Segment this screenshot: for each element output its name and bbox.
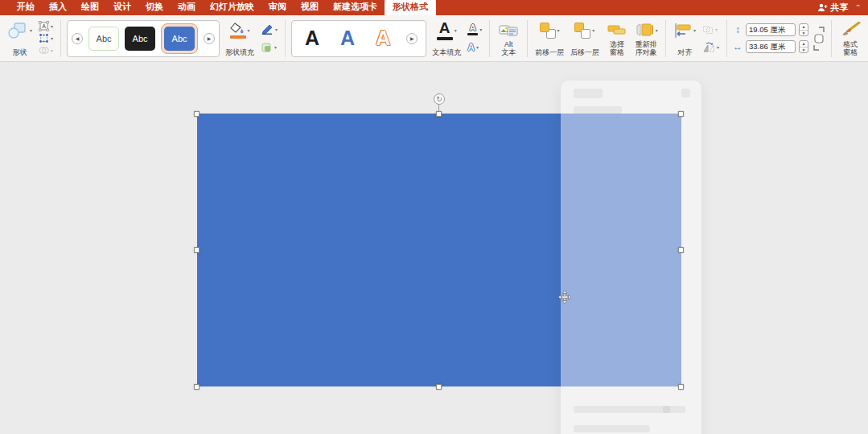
dropdown-icon: ▾ xyxy=(557,27,560,33)
collapse-ribbon-icon[interactable]: ⌃ xyxy=(855,3,862,12)
wordart-option-3[interactable]: A xyxy=(371,28,395,48)
tab-view[interactable]: 视图 xyxy=(294,0,326,15)
dropdown-icon: ▾ xyxy=(592,27,594,33)
height-stepper[interactable]: ▲ ▼ xyxy=(799,23,808,36)
shape-height-icon: ↕ xyxy=(733,24,743,35)
resize-handle-bottom-right[interactable] xyxy=(678,384,684,390)
tab-animations[interactable]: 动画 xyxy=(171,0,203,15)
width-stepper[interactable]: ▲ ▼ xyxy=(799,40,808,53)
format-pane-button[interactable]: 格式窗格 xyxy=(837,19,863,59)
stepper-down-icon[interactable]: ▼ xyxy=(800,31,808,36)
dropdown-icon: ▾ xyxy=(693,27,696,33)
gallery-prev-icon[interactable]: ◀ xyxy=(72,33,83,44)
shape-width-input[interactable] xyxy=(746,40,796,53)
reorder-objects-button[interactable]: ▾ 重新排序对象 xyxy=(633,19,660,59)
resize-handle-top-left[interactable] xyxy=(194,111,200,117)
text-effects-button[interactable]: A ▾ xyxy=(466,41,483,53)
format-brush-icon xyxy=(840,22,861,38)
shape-effects-button[interactable]: ▾ xyxy=(259,41,279,53)
shape-style-gallery: ◀ Abc Abc Abc ▶ xyxy=(67,20,220,57)
send-backward-button[interactable]: ▾ 后移一层 xyxy=(569,19,601,59)
shape-style-selected[interactable]: Abc xyxy=(161,23,198,54)
text-outline-icon: A xyxy=(470,23,476,32)
group-objects-button[interactable]: ▾ xyxy=(701,23,721,35)
resize-handle-top-right[interactable] xyxy=(678,111,684,117)
tab-design[interactable]: 设计 xyxy=(106,0,138,15)
text-fill-icon: A xyxy=(439,20,450,35)
group-objects-icon xyxy=(702,25,714,35)
dropdown-icon: ▾ xyxy=(455,27,457,33)
reorder-objects-icon xyxy=(635,23,654,37)
tab-draw[interactable]: 绘图 xyxy=(74,0,106,15)
share-button[interactable]: 共享 xyxy=(817,2,849,14)
text-outline-swatch xyxy=(467,33,478,35)
dropdown-icon: ▾ xyxy=(275,27,278,32)
edit-shape-icon xyxy=(39,33,49,43)
bring-forward-label: 前移一层 xyxy=(535,48,564,56)
gallery-next-icon[interactable]: ▶ xyxy=(204,33,215,44)
dropdown-icon: ▾ xyxy=(51,48,53,53)
stepper-up-icon[interactable]: ▲ xyxy=(800,41,808,48)
group-divider xyxy=(489,20,490,57)
shape-height-input[interactable] xyxy=(746,23,796,36)
shape-style-option-2[interactable]: Abc xyxy=(125,27,155,51)
resize-handle-middle-left[interactable] xyxy=(194,247,200,253)
resize-handle-bottom-center[interactable] xyxy=(436,384,442,390)
share-label: 共享 xyxy=(831,2,849,14)
wordart-option-2[interactable]: A xyxy=(335,28,360,48)
shape-style-option-3[interactable]: Abc xyxy=(164,27,195,51)
dropdown-icon: ▾ xyxy=(51,23,53,29)
group-divider xyxy=(831,20,832,57)
dropdown-icon: ▾ xyxy=(656,27,658,33)
edit-shape-button[interactable]: ▾ xyxy=(37,32,55,44)
text-effects-icon: A xyxy=(467,43,475,52)
stepper-up-icon[interactable]: ▲ xyxy=(800,24,808,31)
shape-fill-label: 形状填充 xyxy=(225,48,254,56)
text-fill-label: 文本填充 xyxy=(432,48,461,56)
gallery-next-icon[interactable]: ▶ xyxy=(406,33,418,44)
group-divider xyxy=(285,20,286,57)
text-fill-button[interactable]: A ▾ 文本填充 xyxy=(430,19,463,59)
selection-pane-button[interactable]: 选择窗格 xyxy=(604,19,630,59)
stepper-down-icon[interactable]: ▼ xyxy=(800,48,808,53)
tab-shape-format[interactable]: 形状格式 xyxy=(385,0,436,15)
shape-outline-button[interactable]: ▾ xyxy=(259,23,279,35)
reorder-objects-label: 重新排序对象 xyxy=(636,40,657,57)
bring-forward-button[interactable]: ▾ 前移一层 xyxy=(533,19,566,59)
text-outline-button[interactable]: A ▾ xyxy=(466,23,483,35)
tab-home[interactable]: 开始 xyxy=(10,0,42,15)
paint-bucket-icon xyxy=(230,23,246,34)
tab-new-tab[interactable]: 新建选项卡 xyxy=(326,0,385,15)
text-box-icon: A xyxy=(39,21,49,31)
rotation-handle-icon[interactable]: ↻ xyxy=(434,93,445,105)
wordart-style-gallery: A A A ▶ xyxy=(291,20,426,57)
resize-handle-bottom-left[interactable] xyxy=(194,384,200,390)
text-fill-color-swatch xyxy=(437,37,453,40)
menu-bar: 开始 插入 绘图 设计 切换 动画 幻灯片放映 审阅 视图 新建选项卡 形状格式… xyxy=(0,0,868,15)
svg-text:A: A xyxy=(42,23,46,29)
shapes-icon xyxy=(7,22,28,39)
group-divider xyxy=(60,20,61,57)
slide-canvas[interactable]: ↻ xyxy=(0,63,868,434)
crop-icon[interactable] xyxy=(812,24,825,53)
shape-style-option-1[interactable]: Abc xyxy=(88,27,119,51)
rotate-objects-button[interactable]: ▾ xyxy=(701,41,721,53)
text-box-button[interactable]: A ▾ xyxy=(37,21,55,33)
align-button[interactable]: ▾ 对齐 xyxy=(672,19,698,59)
merge-shapes-button[interactable]: ▾ xyxy=(37,44,55,56)
merge-shapes-icon xyxy=(39,45,49,56)
send-backward-label: 后移一层 xyxy=(570,48,599,56)
shape-fill-button[interactable]: ▾ 形状填充 xyxy=(223,19,257,59)
resize-handle-top-center[interactable] xyxy=(436,111,442,117)
wordart-option-1[interactable]: A xyxy=(300,28,324,48)
group-divider xyxy=(527,20,528,57)
format-pane-label: 格式窗格 xyxy=(843,40,858,57)
resize-handle-middle-right[interactable] xyxy=(678,247,684,253)
group-divider xyxy=(665,20,666,57)
tab-insert[interactable]: 插入 xyxy=(42,0,74,15)
tab-slideshow[interactable]: 幻灯片放映 xyxy=(203,0,261,15)
alt-text-button[interactable]: Alt文本 xyxy=(496,19,521,59)
tab-review[interactable]: 审阅 xyxy=(261,0,294,15)
tab-transitions[interactable]: 切换 xyxy=(138,0,171,15)
shapes-button[interactable]: ▾ 形状 xyxy=(5,19,35,59)
